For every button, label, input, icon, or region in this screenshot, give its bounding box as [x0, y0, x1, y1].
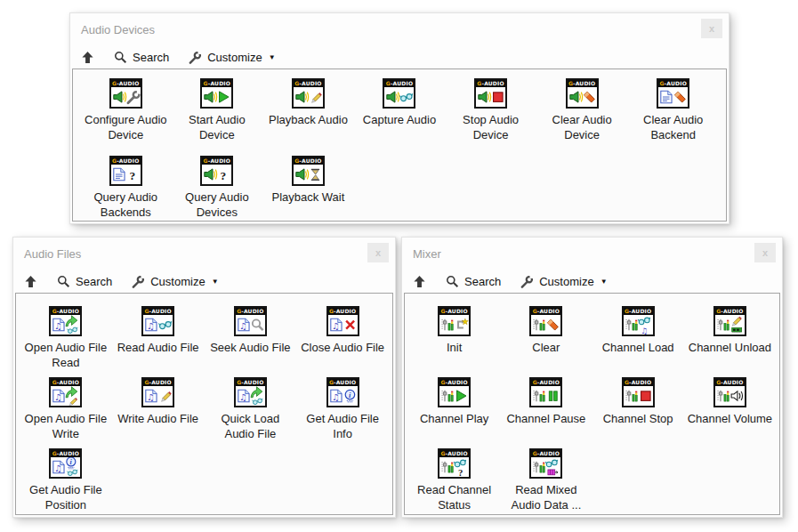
svg-text:?: ?	[458, 467, 463, 477]
up-level-button[interactable]	[413, 275, 426, 288]
palette-item-label: Seek Audio File	[210, 340, 290, 355]
palette-item[interactable]: G-AUDIOClear Audio Device	[536, 78, 628, 156]
palette-item[interactable]: G-AUDIOChannel Pause	[500, 377, 592, 448]
palette-item[interactable]: G-AUDIOClear	[500, 306, 592, 377]
search-button[interactable]: Search	[446, 275, 501, 288]
palette-item[interactable]: G-AUDIOCapture Audio	[354, 78, 446, 156]
chevron-down-icon: ▼	[212, 278, 219, 286]
vi-icon-musicdoc: G-AUDIO♫	[49, 306, 82, 336]
close-button[interactable]: x	[754, 243, 776, 262]
palette-item[interactable]: G-AUDIO♫Seek Audio File	[205, 306, 297, 377]
g-audio-banner: G-AUDIO	[715, 379, 745, 386]
palette-item[interactable]: G-AUDIOChannel Stop	[592, 377, 684, 448]
search-label: Search	[76, 275, 112, 288]
palette-item-label: Playback Audio	[269, 112, 348, 127]
palette-item[interactable]: G-AUDIOStart Audio Device	[172, 78, 263, 156]
vi-icon-mixer: G-AUDIO	[622, 377, 655, 407]
g-audio-banner: G-AUDIO	[328, 379, 358, 386]
palette-toolbar: Search Customize ▼	[70, 45, 729, 69]
close-button[interactable]: x	[701, 19, 722, 38]
g-audio-banner: G-AUDIO	[51, 450, 80, 457]
up-arrow-icon	[24, 275, 37, 288]
palette-item-label: Clear Audio Device	[537, 112, 626, 142]
palette-item[interactable]: G-AUDIO♫Read Audio File	[112, 306, 205, 377]
palette-item[interactable]: G-AUDIO♫Quick Load Audio File	[205, 377, 297, 448]
g-audio-banner: G-AUDIO	[202, 157, 231, 165]
up-level-button[interactable]	[24, 275, 37, 288]
palette-item[interactable]: G-AUDIOPlayback Wait	[262, 156, 354, 222]
musicdoc-glyph: ♫	[236, 386, 265, 406]
mixer-glyph: ♫	[624, 315, 653, 335]
customize-button[interactable]: Customize ▼	[520, 275, 607, 288]
customize-label: Customize	[207, 51, 262, 64]
chevron-down-icon: ▼	[269, 53, 276, 61]
search-label: Search	[133, 51, 169, 64]
g-audio-banner: G-AUDIO	[51, 308, 80, 315]
palette-item[interactable]: G-AUDIOPlayback Audio	[262, 78, 354, 156]
g-audio-banner: G-AUDIO	[236, 308, 265, 315]
speaker-glyph	[476, 87, 505, 107]
palette-item[interactable]: G-AUDIO♫Close Audio File	[296, 306, 389, 377]
g-audio-banner: G-AUDIO	[568, 80, 597, 87]
vi-icon-mixer: G-AUDIO	[438, 306, 471, 336]
palette-item[interactable]: G-AUDIO?Read Channel Status	[408, 448, 500, 515]
search-button[interactable]: Search	[114, 51, 169, 64]
g-audio-banner: G-AUDIO	[624, 308, 653, 315]
palette-item-label: Read Audio File	[117, 340, 199, 355]
speaker-glyph	[111, 87, 141, 107]
palette-item[interactable]: G-AUDIO♫Open Audio File Read	[20, 306, 112, 377]
vi-icon-musicdoc: G-AUDIO♫	[141, 306, 174, 336]
palette-item[interactable]: G-AUDIOInit	[408, 306, 500, 377]
customize-button[interactable]: Customize ▼	[189, 51, 275, 64]
wrench-icon	[520, 275, 534, 288]
svg-text:♫: ♫	[147, 392, 155, 402]
palette-grid: G-AUDIOConfigure Audio DeviceG-AUDIOStar…	[73, 69, 726, 222]
palette-item-label: Start Audio Device	[173, 112, 262, 142]
g-audio-banner: G-AUDIO	[531, 450, 560, 457]
palette-item[interactable]: G-AUDIOChannel Unload	[684, 306, 776, 377]
palette-item[interactable]: G-AUDIO♫iGet Audio File Info	[296, 377, 389, 448]
musicdoc-glyph: ♫i	[51, 457, 80, 477]
musicdoc-glyph: ♫	[236, 315, 265, 335]
palette-item[interactable]: G-AUDIOChannel Play	[408, 377, 500, 448]
palette-item[interactable]: G-AUDIOConfigure Audio Device	[80, 78, 172, 156]
vi-icon-mixer: G-AUDIO?	[438, 448, 471, 479]
palette-item[interactable]: G-AUDIOClear Audio Backend	[627, 78, 719, 156]
vi-icon-musicdoc: G-AUDIO♫	[326, 306, 359, 336]
g-audio-banner: G-AUDIO	[294, 80, 323, 87]
palette-item[interactable]: G-AUDIO♫Open Audio File Write	[20, 377, 112, 448]
vi-icon-speaker: G-AUDIO?	[200, 156, 233, 186]
palette-content: G-AUDIOConfigure Audio DeviceG-AUDIOStar…	[72, 69, 727, 222]
palette-item-label: Channel Stop	[603, 411, 673, 426]
customize-button[interactable]: Customize ▼	[132, 275, 218, 288]
g-audio-banner: G-AUDIO	[384, 80, 414, 87]
palette-item[interactable]: G-AUDIO♫iGet Audio File Position	[20, 448, 112, 515]
svg-text:♫: ♫	[147, 321, 155, 331]
close-button[interactable]: x	[367, 243, 389, 262]
chevron-down-icon: ▼	[601, 278, 608, 286]
g-audio-banner: G-AUDIO	[51, 379, 80, 386]
svg-text:♫: ♫	[239, 392, 247, 402]
palette-item[interactable]: G-AUDIOStop Audio Device	[445, 78, 536, 156]
svg-text:♫: ♫	[641, 326, 648, 335]
up-level-button[interactable]	[81, 51, 94, 64]
palette-item[interactable]: G-AUDIOChannel Volume	[684, 377, 776, 448]
vi-icon-musicdoc: G-AUDIO♫	[141, 377, 174, 407]
window-title: Mixer	[413, 247, 441, 261]
mixer-glyph	[715, 386, 745, 406]
palette-item[interactable]: G-AUDIO?Query Audio Devices	[172, 156, 263, 222]
palette-item[interactable]: G-AUDIO♫Write Audio File	[112, 377, 205, 448]
speaker-glyph	[294, 87, 323, 107]
search-button[interactable]: Search	[57, 275, 112, 288]
palette-item[interactable]: G-AUDIO♫Channel Load	[592, 306, 684, 377]
customize-label: Customize	[150, 275, 205, 288]
palette-item-label: Open Audio File Read	[21, 340, 110, 370]
palette-item[interactable]: G-AUDIORead Mixed Audio Data ...	[500, 448, 592, 515]
mixer-glyph: ?	[439, 457, 469, 477]
vi-icon-musicdoc: G-AUDIO♫	[49, 377, 82, 407]
g-audio-banner: G-AUDIO	[715, 308, 745, 315]
palette-grid: G-AUDIOInitG-AUDIOClearG-AUDIO♫Channel L…	[405, 294, 779, 515]
search-icon	[114, 51, 127, 64]
palette-item[interactable]: G-AUDIO?Query Audio Backends	[80, 156, 172, 222]
search-label: Search	[464, 275, 501, 288]
